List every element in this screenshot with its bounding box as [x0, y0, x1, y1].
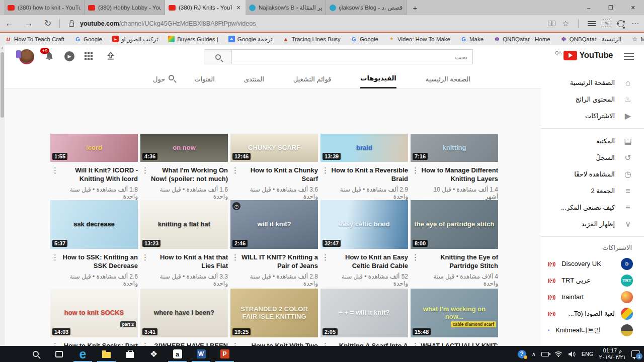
bookmark-item[interactable]: QNBQatar - الرئيسية — [560, 36, 622, 43]
subscription-item[interactable]: Knitmeal니트밀 • — [541, 322, 644, 338]
video-thumbnail[interactable]: how to knit SOCKS part 2 14:03 — [50, 289, 138, 337]
channel-tab[interactable]: حول — [153, 68, 165, 88]
video-card[interactable]: ssk decrease 5:37 ⋮ How to SSK: Knitting… — [50, 200, 138, 287]
forward-icon[interactable]: → — [19, 19, 38, 29]
volume-icon[interactable] — [568, 351, 576, 357]
video-title[interactable]: Knitting the Eye of Partridge Stitch — [421, 253, 498, 270]
more-options-icon[interactable]: ⋯ — [631, 19, 639, 28]
video-title[interactable]: WILL IT KNIT? Knitting a Pair of Jeans — [240, 253, 318, 270]
youtube-apps-grid-icon[interactable] — [85, 52, 94, 61]
taskbar-app-button[interactable] — [166, 346, 189, 362]
video-card[interactable]: how to knit SOCKS part 2 14:03 ⋮ How to … — [50, 289, 138, 346]
refresh-icon[interactable]: ↻ — [38, 18, 57, 29]
sidebar-item[interactable]: ▤ المكتبة — [541, 133, 644, 149]
browser-tab[interactable]: (380) RJ Knits - YouTube ✕ — [165, 0, 246, 15]
taskbar-app-button[interactable] — [189, 346, 213, 362]
video-menu-kebab-icon[interactable]: ⋮ — [231, 341, 237, 346]
browser-tab[interactable]: (380) Hobby Lobby - YouTu — [85, 0, 165, 15]
video-menu-kebab-icon[interactable]: ⋮ — [321, 341, 328, 346]
video-menu-kebab-icon[interactable]: ⋮ — [141, 166, 147, 175]
bookmark-item[interactable]: Buyers Guides | — [168, 36, 218, 42]
video-menu-kebab-icon[interactable]: ⋮ — [231, 166, 237, 175]
search-input[interactable] — [232, 49, 473, 64]
video-title[interactable]: How to Knit an Easy Celtic Braid Cable — [331, 253, 408, 270]
channel-tab[interactable]: الصفحة الرئيسية — [426, 68, 470, 88]
video-card[interactable]: will it knit? ◷ 2:46 ⋮ WILL IT KNIT? Kni… — [230, 200, 318, 287]
sidebar-item[interactable]: ≡ الجمعة 2 — [541, 183, 644, 199]
video-thumbnail[interactable]: knitting 7:16 — [411, 134, 498, 162]
video-thumbnail[interactable]: icord 1:55 — [50, 134, 138, 162]
bookmark-item[interactable]: Google — [74, 36, 102, 42]
youtube-logo[interactable]: QA YouTube — [555, 50, 613, 60]
subscription-item[interactable]: TRT TRT عربي ((•)) — [541, 272, 644, 289]
bookmark-item[interactable]: QNBQatar - Home — [494, 36, 550, 42]
video-title[interactable]: How to Knit a Hat that Lies Flat — [150, 253, 228, 270]
subscription-item[interactable]: لعبة الصودا (To... ((•)) — [541, 305, 644, 322]
video-title[interactable]: How to Manage Different Knitting Layers — [421, 166, 498, 183]
bookmark-item[interactable]: MadeByRae_baby — [631, 36, 644, 42]
video-card[interactable]: easy celtic braid 32:47 ⋮ How to Knit an… — [320, 200, 408, 287]
video-menu-kebab-icon[interactable]: ⋮ — [412, 166, 418, 175]
video-card[interactable]: where have I been? 3:41 ⋮ WHERE HAVE I B… — [140, 289, 228, 346]
video-menu-kebab-icon[interactable]: ⋮ — [141, 341, 147, 346]
favorites-star-icon[interactable]: ☆ — [562, 19, 569, 28]
taskbar-app-button[interactable] — [0, 346, 24, 362]
browser-tab[interactable]: قصص ،د - Najlaksow's Blog — [326, 0, 407, 15]
video-menu-kebab-icon[interactable]: ⋮ — [51, 341, 57, 346]
video-menu-kebab-icon[interactable]: ⋮ — [321, 166, 328, 175]
taskbar-app-button[interactable] — [95, 346, 118, 362]
video-menu-kebab-icon[interactable]: ⋮ — [321, 253, 328, 262]
channel-tab[interactable]: قوائم التشغيل — [293, 68, 332, 88]
video-card[interactable]: the eye of partridge stitch 8:00 ⋮ Knitt… — [411, 200, 498, 287]
video-card[interactable]: on now 4:36 ⋮ What I'm Working On Now! (… — [140, 134, 228, 200]
tray-chevron-up-icon[interactable]: ∧ — [532, 351, 536, 357]
sidebar-item[interactable]: ♨ المحتوى الرائج — [541, 91, 644, 108]
menu-hamburger-icon[interactable] — [624, 53, 634, 60]
subscription-item[interactable]: trainfart ((•)) — [541, 289, 644, 305]
video-card[interactable]: ÷ + = will it knit? 2:05 ⋮ Knitting A Sc… — [320, 289, 408, 346]
subscription-item[interactable]: D Discovery UK ((•)) — [541, 255, 644, 272]
new-tab-button[interactable]: + — [407, 0, 424, 15]
taskbar-app-button[interactable] — [24, 346, 47, 362]
video-thumbnail[interactable]: where have I been? 3:41 — [140, 289, 228, 337]
video-thumbnail[interactable]: ÷ + = will it knit? 2:05 — [320, 289, 408, 337]
video-title[interactable]: How to Knit Socks: Part 2 — [60, 341, 138, 346]
close-button[interactable]: ✕ — [622, 0, 644, 15]
bookmark-item[interactable]: Tracing Lines Busy — [283, 36, 341, 42]
channel-search-icon[interactable] — [169, 75, 174, 80]
video-title[interactable]: WHERE HAVE I BEEN!? — [150, 341, 228, 346]
tab-close-icon[interactable]: ✕ — [235, 5, 242, 11]
video-thumbnail[interactable]: braid 13:39 — [320, 134, 408, 162]
wifi-icon[interactable] — [554, 351, 562, 357]
channel-tab[interactable]: المنتدى — [244, 68, 264, 88]
browser-tab[interactable]: Najlaksow's B › تحرير المقالة — [246, 0, 326, 15]
bookmark-item[interactable]: Make — [460, 36, 484, 42]
video-thumbnail[interactable]: easy celtic braid 32:47 — [320, 200, 408, 249]
video-thumbnail[interactable]: CHUNKY SCARF 12:46 — [230, 134, 318, 162]
account-avatar[interactable] — [19, 49, 34, 64]
video-card[interactable]: CHUNKY SCARF 12:46 ⋮ How to Knit a Chunk… — [230, 134, 318, 200]
video-title[interactable]: How to Knit a Chunky Scarf — [240, 166, 318, 183]
video-thumbnail[interactable]: knitting a flat hat 13:23 — [140, 200, 228, 249]
channel-tab[interactable]: القنوات — [194, 68, 215, 88]
minimize-button[interactable]: – — [578, 0, 600, 15]
browser-tab[interactable]: (380) how to knit - YouTube — [4, 0, 85, 15]
video-menu-kebab-icon[interactable]: ⋮ — [51, 166, 57, 175]
video-card[interactable]: knitting 7:16 ⋮ How to Manage Different … — [411, 134, 498, 200]
video-card[interactable]: icord 1:55 ⋮ Will It Knit? ICORD - Knitt… — [50, 134, 138, 200]
video-thumbnail[interactable]: the eye of partridge stitch 8:00 — [411, 200, 498, 249]
sidebar-item[interactable]: ◷ المشاهدة لاحقًا — [541, 166, 644, 183]
scrollbar-thumb[interactable] — [1, 52, 4, 118]
reading-view-icon[interactable] — [548, 21, 555, 26]
taskbar-app-button[interactable] — [213, 346, 236, 362]
video-menu-kebab-icon[interactable]: ⋮ — [141, 253, 147, 262]
video-card[interactable]: braid 13:39 ⋮ How to Knit a Reversible B… — [320, 134, 408, 200]
taskbar-clock[interactable]: 01:17 م ٢٠١٩/٠٣/٢١ — [599, 347, 626, 360]
video-card[interactable]: what I'm working on now... cable diamond… — [411, 289, 498, 346]
hub-icon[interactable] — [588, 21, 596, 26]
search-button[interactable] — [204, 49, 232, 64]
maximize-button[interactable]: ❐ — [600, 0, 622, 15]
notifications-bell-icon[interactable]: +9 — [44, 51, 54, 62]
video-thumbnail[interactable]: what I'm working on now... cable diamond… — [411, 289, 498, 337]
language-indicator[interactable]: ENG — [582, 351, 594, 357]
